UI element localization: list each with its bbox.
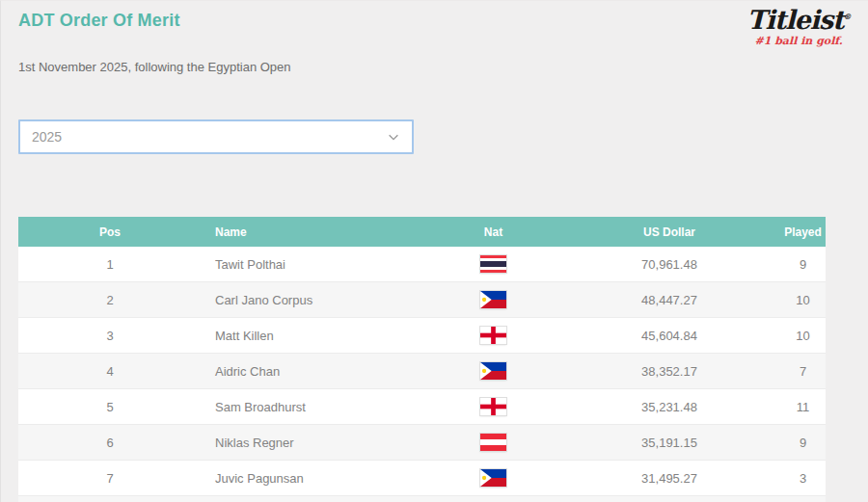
col-header-usdollar: US Dollar <box>558 225 780 239</box>
year-select-value: 2025 <box>32 129 62 145</box>
merit-date-subtitle: 1st November 2025, following the Egyptia… <box>18 60 291 74</box>
player-name-cell: Niklas Regner <box>202 436 428 450</box>
pos-cell: 1 <box>18 257 202 272</box>
pos-cell: 7 <box>18 471 202 486</box>
usdollar-cell: 38,352.17 <box>558 364 780 379</box>
table-row: 1Tawit Polthai70,961.489 <box>18 247 826 282</box>
player-name-cell: Juvic Pagunsan <box>202 471 428 486</box>
chevron-down-icon <box>387 130 400 144</box>
col-header-name: Name <box>202 225 428 239</box>
player-name-cell: Tawit Polthai <box>202 257 428 272</box>
usdollar-cell: 35,231.48 <box>558 400 780 414</box>
order-of-merit-table: Pos Name Nat US Dollar Played 1Tawit Pol… <box>18 217 826 502</box>
flag-thailand-icon <box>480 255 506 273</box>
titleist-brand-text: Titleist® <box>746 7 852 34</box>
col-header-pos: Pos <box>18 225 202 239</box>
table-row: 3Matt Killen45,604.8410 <box>18 318 826 354</box>
usdollar-cell: 31,495.27 <box>558 471 780 486</box>
played-cell: 9 <box>780 436 826 450</box>
titleist-logo: Titleist® #1 ball in golf. <box>746 7 852 47</box>
order-of-merit-page: ADT Order Of Merit Titleist® #1 ball in … <box>1 1 868 502</box>
played-cell: 9 <box>780 257 826 272</box>
usdollar-cell: 35,191.15 <box>558 436 780 450</box>
played-cell: 3 <box>780 471 826 486</box>
nat-cell <box>428 362 558 380</box>
col-header-nat: Nat <box>428 225 558 239</box>
table-row: 7Juvic Pagunsan31,495.273 <box>18 461 826 496</box>
played-cell: 7 <box>780 364 826 379</box>
played-cell: 10 <box>780 293 826 307</box>
pos-cell: 6 <box>18 436 202 450</box>
table-header-row: Pos Name Nat US Dollar Played <box>18 217 826 247</box>
flag-philippines-icon <box>480 469 506 487</box>
player-name-cell: Sam Broadhurst <box>202 400 428 414</box>
year-select[interactable]: 2025 <box>18 119 414 154</box>
titleist-tagline: #1 ball in golf. <box>746 35 852 47</box>
nat-cell <box>428 327 558 344</box>
nat-cell <box>428 255 558 273</box>
usdollar-cell: 48,447.27 <box>558 293 780 307</box>
flag-philippines-icon <box>480 362 506 380</box>
table-body: 1Tawit Polthai70,961.4892Carl Jano Corpu… <box>18 247 826 496</box>
table-row: 2Carl Jano Corpus48,447.2710 <box>18 282 826 318</box>
player-name-cell: Carl Jano Corpus <box>202 293 428 307</box>
pos-cell: 4 <box>18 364 202 379</box>
nat-cell <box>428 398 558 415</box>
table-row-partial <box>18 496 826 502</box>
player-name-cell: Matt Killen <box>202 329 428 343</box>
nat-cell <box>428 291 558 308</box>
col-header-played: Played <box>780 225 826 239</box>
flag-austria-icon <box>480 434 506 451</box>
table-row: 4Aidric Chan38,352.177 <box>18 354 826 389</box>
pos-cell: 2 <box>18 293 202 307</box>
nat-cell <box>428 469 558 487</box>
played-cell: 10 <box>780 329 826 343</box>
flag-england-icon <box>480 327 506 344</box>
usdollar-cell: 45,604.84 <box>558 329 780 343</box>
table-row: 6Niklas Regner35,191.159 <box>18 425 826 461</box>
usdollar-cell: 70,961.48 <box>558 257 780 272</box>
pos-cell: 5 <box>18 400 202 414</box>
page-title: ADT Order Of Merit <box>18 11 180 31</box>
played-cell: 11 <box>780 400 826 414</box>
nat-cell <box>428 434 558 451</box>
flag-philippines-icon <box>480 291 506 308</box>
pos-cell: 3 <box>18 329 202 343</box>
flag-england-icon <box>480 398 506 415</box>
player-name-cell: Aidric Chan <box>202 364 428 379</box>
table-row: 5Sam Broadhurst35,231.4811 <box>18 389 826 425</box>
